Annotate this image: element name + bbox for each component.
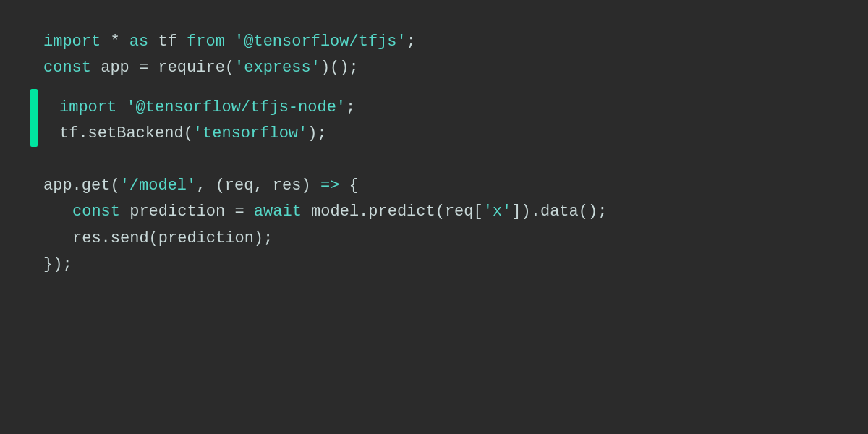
spacer-2 [43, 147, 825, 160]
code-editor: import * as tf from '@tensorflow/tfjs' ;… [0, 0, 868, 434]
spacer-1 [43, 82, 825, 95]
highlight-bar [30, 89, 38, 147]
code-line-3: import '@tensorflow/tfjs-node' ; [43, 95, 825, 121]
keyword-const-2: const [72, 199, 120, 225]
string-tfjs: '@tensorflow/tfjs' [234, 29, 407, 55]
spacer-3 [43, 160, 825, 173]
code-line-6: const prediction = await model.predict(r… [43, 199, 825, 225]
string-express: 'express' [234, 55, 320, 81]
string-model-route: '/model' [120, 173, 197, 199]
code-line-1: import * as tf from '@tensorflow/tfjs' ; [43, 29, 825, 55]
code-line-4: tf.setBackend( 'tensorflow' ); [43, 121, 825, 147]
code-line-5: app.get( '/model' , (req, res) => { [43, 173, 825, 199]
keyword-arrow: => [320, 173, 339, 199]
code-line-8: }); [43, 252, 825, 278]
keyword-as: as [129, 29, 148, 55]
string-tensorflow: 'tensorflow' [193, 121, 307, 147]
keyword-from: from [187, 29, 225, 55]
string-x: 'x' [483, 199, 512, 225]
string-tfjs-node: '@tensorflow/tfjs-node' [126, 95, 346, 121]
keyword-import: import [43, 29, 101, 55]
keyword-await: await [254, 199, 302, 225]
code-line-2: const app = require( 'express' )(); [43, 55, 825, 81]
keyword-import-2: import [59, 95, 116, 121]
code-line-7: res.send(prediction); [43, 226, 825, 252]
keyword-const: const [43, 55, 91, 81]
